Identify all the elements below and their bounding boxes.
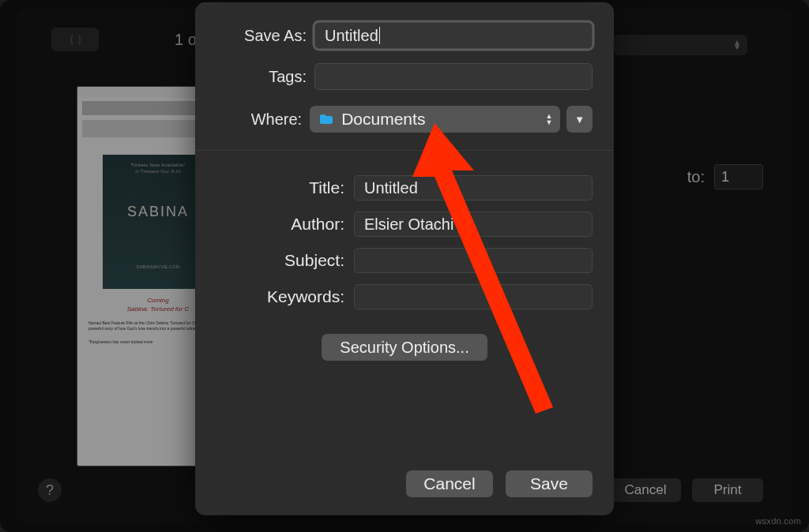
author-label: Author: bbox=[216, 215, 354, 234]
security-options-button[interactable]: Security Options... bbox=[322, 334, 487, 361]
author-field[interactable]: Elsier Otachi bbox=[354, 212, 593, 237]
where-dropdown[interactable]: Documents ▲▼ bbox=[310, 106, 560, 133]
subject-field[interactable] bbox=[354, 248, 593, 273]
title-label: Title: bbox=[216, 178, 354, 197]
expand-button[interactable]: ▼ bbox=[566, 106, 593, 133]
text-cursor bbox=[379, 27, 380, 44]
author-value: Elsier Otachi bbox=[364, 215, 453, 234]
metadata-section: Title: Untitled Author: Elsier Otachi Su… bbox=[196, 170, 613, 315]
save-as-label: Save As: bbox=[196, 27, 314, 45]
title-field[interactable]: Untitled bbox=[354, 175, 593, 200]
save-as-field[interactable]: Untitled bbox=[314, 22, 593, 49]
cancel-button[interactable]: Cancel bbox=[406, 470, 493, 497]
folder-icon bbox=[319, 114, 333, 125]
watermark: wsxdn.com bbox=[755, 516, 801, 526]
save-as-value: Untitled bbox=[325, 27, 378, 45]
modal-footer: Cancel Save bbox=[406, 470, 593, 497]
tags-field[interactable] bbox=[314, 63, 593, 90]
updown-icon: ▲▼ bbox=[546, 106, 553, 133]
save-sheet: Save As: Untitled Tags: Where: Documents… bbox=[196, 3, 613, 515]
app-window: ⟨ ⟩ 1 of ▲▼ Mo Tickets Now Available! In… bbox=[0, 0, 809, 532]
save-button[interactable]: Save bbox=[506, 470, 593, 497]
where-label: Where: bbox=[196, 111, 310, 129]
divider bbox=[196, 150, 613, 151]
tags-label: Tags: bbox=[196, 68, 314, 86]
keywords-label: Keywords: bbox=[216, 287, 354, 306]
title-value: Untitled bbox=[364, 179, 418, 197]
keywords-field[interactable] bbox=[354, 284, 593, 309]
chevron-down-icon: ▼ bbox=[574, 114, 585, 126]
subject-label: Subject: bbox=[216, 251, 354, 270]
where-value: Documents bbox=[341, 110, 425, 129]
